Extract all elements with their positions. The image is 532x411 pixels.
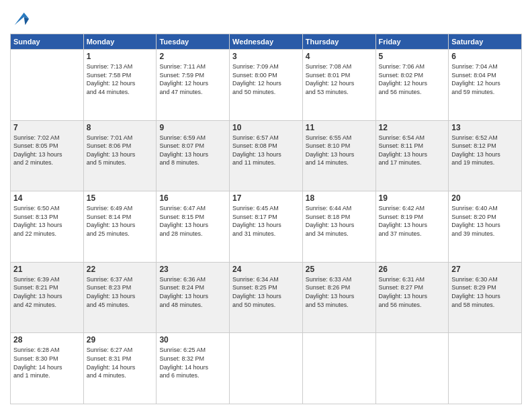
day-info: Sunrise: 6:31 AM Sunset: 8:27 PM Dayligh…	[379, 275, 446, 309]
weekday-header: Tuesday	[157, 34, 230, 50]
day-info: Sunrise: 6:47 AM Sunset: 8:15 PM Dayligh…	[159, 204, 226, 238]
day-number: 26	[379, 265, 446, 274]
calendar-table: SundayMondayTuesdayWednesdayThursdayFrid…	[10, 34, 522, 404]
day-number: 10	[232, 123, 300, 132]
logo	[10, 9, 30, 28]
calendar-cell: 15Sunrise: 6:49 AM Sunset: 8:14 PM Dayli…	[83, 191, 157, 263]
calendar-cell: 29Sunrise: 6:27 AM Sunset: 8:31 PM Dayli…	[83, 333, 157, 404]
day-number: 5	[379, 52, 446, 61]
page: SundayMondayTuesdayWednesdayThursdayFrid…	[0, 0, 532, 411]
day-info: Sunrise: 6:33 AM Sunset: 8:26 PM Dayligh…	[306, 275, 373, 309]
calendar-cell: 8Sunrise: 7:01 AM Sunset: 8:06 PM Daylig…	[83, 120, 157, 191]
calendar-cell: 21Sunrise: 6:39 AM Sunset: 8:21 PM Dayli…	[11, 262, 84, 333]
calendar-cell	[230, 333, 303, 404]
day-number: 18	[306, 193, 373, 203]
calendar-cell: 13Sunrise: 6:52 AM Sunset: 8:12 PM Dayli…	[449, 120, 522, 191]
day-info: Sunrise: 6:44 AM Sunset: 8:18 PM Dayligh…	[306, 204, 373, 238]
calendar-cell: 20Sunrise: 6:40 AM Sunset: 8:20 PM Dayli…	[449, 191, 522, 263]
day-number: 24	[232, 265, 300, 274]
calendar-cell: 5Sunrise: 7:06 AM Sunset: 8:02 PM Daylig…	[375, 50, 449, 121]
day-number: 30	[159, 335, 226, 345]
day-info: Sunrise: 7:13 AM Sunset: 7:58 PM Dayligh…	[87, 62, 154, 96]
calendar-cell: 23Sunrise: 6:36 AM Sunset: 8:24 PM Dayli…	[157, 262, 230, 333]
day-number: 20	[451, 193, 519, 203]
day-info: Sunrise: 6:34 AM Sunset: 8:25 PM Dayligh…	[232, 275, 300, 309]
calendar-cell: 24Sunrise: 6:34 AM Sunset: 8:25 PM Dayli…	[230, 262, 303, 333]
day-number: 16	[159, 193, 226, 203]
day-info: Sunrise: 6:55 AM Sunset: 8:10 PM Dayligh…	[306, 134, 373, 167]
calendar-cell: 16Sunrise: 6:47 AM Sunset: 8:15 PM Dayli…	[157, 191, 230, 263]
day-number: 25	[306, 265, 373, 274]
calendar-cell: 30Sunrise: 6:25 AM Sunset: 8:32 PM Dayli…	[157, 333, 230, 404]
day-number: 13	[451, 123, 519, 132]
day-number: 6	[451, 52, 519, 61]
calendar-cell	[449, 333, 522, 404]
day-number: 1	[87, 52, 154, 61]
calendar-cell	[375, 333, 449, 404]
day-info: Sunrise: 6:28 AM Sunset: 8:30 PM Dayligh…	[13, 346, 81, 379]
day-info: Sunrise: 6:36 AM Sunset: 8:24 PM Dayligh…	[159, 275, 226, 309]
day-number: 11	[306, 123, 373, 132]
day-number: 3	[232, 52, 300, 61]
day-number: 28	[13, 335, 81, 345]
day-info: Sunrise: 6:37 AM Sunset: 8:23 PM Dayligh…	[87, 275, 154, 309]
day-info: Sunrise: 6:59 AM Sunset: 8:07 PM Dayligh…	[159, 134, 226, 167]
day-info: Sunrise: 7:06 AM Sunset: 8:02 PM Dayligh…	[379, 62, 446, 96]
day-number: 9	[159, 123, 226, 132]
calendar-cell: 6Sunrise: 7:04 AM Sunset: 8:04 PM Daylig…	[449, 50, 522, 121]
day-number: 14	[13, 193, 81, 203]
day-info: Sunrise: 6:49 AM Sunset: 8:14 PM Dayligh…	[87, 204, 154, 238]
day-info: Sunrise: 7:08 AM Sunset: 8:01 PM Dayligh…	[306, 62, 373, 96]
day-number: 15	[87, 193, 154, 203]
calendar-week-row: 1Sunrise: 7:13 AM Sunset: 7:58 PM Daylig…	[11, 50, 522, 121]
day-info: Sunrise: 6:50 AM Sunset: 8:13 PM Dayligh…	[13, 204, 81, 238]
weekday-header: Wednesday	[230, 34, 303, 50]
calendar-cell: 1Sunrise: 7:13 AM Sunset: 7:58 PM Daylig…	[83, 50, 157, 121]
day-number: 29	[87, 335, 154, 345]
day-info: Sunrise: 7:02 AM Sunset: 8:05 PM Dayligh…	[13, 134, 81, 167]
day-info: Sunrise: 6:42 AM Sunset: 8:19 PM Dayligh…	[379, 204, 446, 238]
calendar-cell: 25Sunrise: 6:33 AM Sunset: 8:26 PM Dayli…	[302, 262, 375, 333]
calendar-cell: 28Sunrise: 6:28 AM Sunset: 8:30 PM Dayli…	[11, 333, 84, 404]
day-info: Sunrise: 6:40 AM Sunset: 8:20 PM Dayligh…	[451, 204, 519, 238]
day-number: 27	[451, 265, 519, 274]
calendar-cell: 22Sunrise: 6:37 AM Sunset: 8:23 PM Dayli…	[83, 262, 157, 333]
day-number: 8	[87, 123, 154, 132]
day-number: 12	[379, 123, 446, 132]
logo-icon	[11, 9, 30, 28]
day-info: Sunrise: 7:11 AM Sunset: 7:59 PM Dayligh…	[159, 62, 226, 96]
calendar-week-row: 21Sunrise: 6:39 AM Sunset: 8:21 PM Dayli…	[11, 262, 522, 333]
calendar-cell: 9Sunrise: 6:59 AM Sunset: 8:07 PM Daylig…	[157, 120, 230, 191]
calendar-cell	[302, 333, 375, 404]
calendar-cell: 12Sunrise: 6:54 AM Sunset: 8:11 PM Dayli…	[375, 120, 449, 191]
day-info: Sunrise: 6:27 AM Sunset: 8:31 PM Dayligh…	[87, 346, 154, 379]
day-info: Sunrise: 6:45 AM Sunset: 8:17 PM Dayligh…	[232, 204, 300, 238]
day-info: Sunrise: 6:52 AM Sunset: 8:12 PM Dayligh…	[451, 134, 519, 167]
calendar-cell: 10Sunrise: 6:57 AM Sunset: 8:08 PM Dayli…	[230, 120, 303, 191]
header	[10, 7, 522, 28]
calendar-cell: 3Sunrise: 7:09 AM Sunset: 8:00 PM Daylig…	[230, 50, 303, 121]
day-info: Sunrise: 6:54 AM Sunset: 8:11 PM Dayligh…	[379, 134, 446, 167]
day-info: Sunrise: 7:01 AM Sunset: 8:06 PM Dayligh…	[87, 134, 154, 167]
day-number: 17	[232, 193, 300, 203]
day-info: Sunrise: 6:39 AM Sunset: 8:21 PM Dayligh…	[13, 275, 81, 309]
day-info: Sunrise: 6:30 AM Sunset: 8:29 PM Dayligh…	[451, 275, 519, 309]
calendar-week-row: 14Sunrise: 6:50 AM Sunset: 8:13 PM Dayli…	[11, 191, 522, 263]
weekday-header: Monday	[83, 34, 157, 50]
calendar-cell: 4Sunrise: 7:08 AM Sunset: 8:01 PM Daylig…	[302, 50, 375, 121]
day-info: Sunrise: 7:09 AM Sunset: 8:00 PM Dayligh…	[232, 62, 300, 96]
day-info: Sunrise: 7:04 AM Sunset: 8:04 PM Dayligh…	[451, 62, 519, 96]
day-number: 2	[159, 52, 226, 61]
day-number: 22	[87, 265, 154, 274]
day-number: 7	[13, 123, 81, 132]
day-number: 19	[379, 193, 446, 203]
calendar-cell: 14Sunrise: 6:50 AM Sunset: 8:13 PM Dayli…	[11, 191, 84, 263]
calendar-cell: 19Sunrise: 6:42 AM Sunset: 8:19 PM Dayli…	[375, 191, 449, 263]
weekday-header: Saturday	[449, 34, 522, 50]
calendar-cell: 17Sunrise: 6:45 AM Sunset: 8:17 PM Dayli…	[230, 191, 303, 263]
calendar-cell	[11, 50, 84, 121]
calendar-cell: 27Sunrise: 6:30 AM Sunset: 8:29 PM Dayli…	[449, 262, 522, 333]
calendar-week-row: 28Sunrise: 6:28 AM Sunset: 8:30 PM Dayli…	[11, 333, 522, 404]
day-number: 23	[159, 265, 226, 274]
calendar-cell: 18Sunrise: 6:44 AM Sunset: 8:18 PM Dayli…	[302, 191, 375, 263]
